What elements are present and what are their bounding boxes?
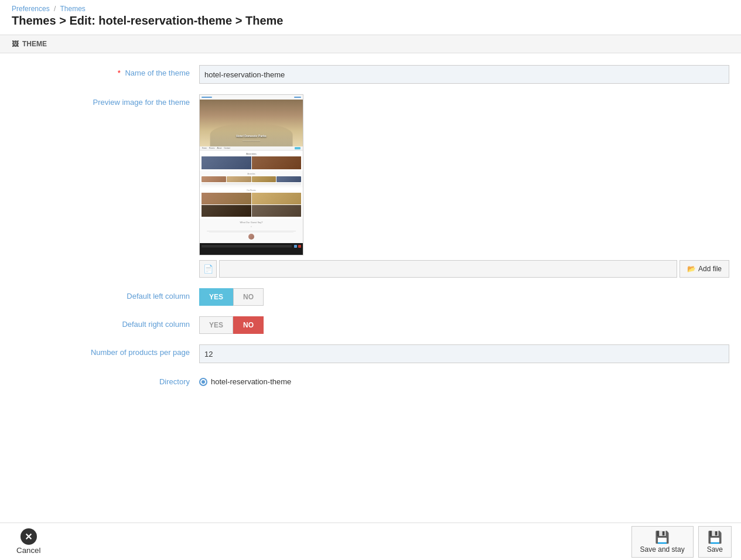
file-icon-button[interactable]: 📄 <box>199 260 217 278</box>
name-input[interactable] <box>199 65 729 84</box>
upload-icon: 📂 <box>687 265 696 273</box>
add-file-button[interactable]: 📂 Add file <box>679 260 729 278</box>
radio-inner <box>202 380 205 384</box>
default-right-no-button[interactable]: NO <box>233 316 264 334</box>
file-input-row: 📄 📂 Add file <box>199 260 729 278</box>
products-per-page-label: Number of products per page <box>12 344 199 357</box>
directory-value-text: hotel-reservation-theme <box>211 377 291 386</box>
required-star: * <box>118 69 121 77</box>
page-title: Themes > Edit: hotel-reservation-theme >… <box>0 14 741 35</box>
section-header: 🖼 THEME <box>0 35 741 53</box>
default-left-label: Default left column <box>12 288 199 301</box>
preview-label: Preview image for the theme <box>12 94 199 107</box>
breadcrumb-themes[interactable]: Themes <box>60 5 86 13</box>
file-name-input[interactable] <box>219 260 677 278</box>
products-per-page-input[interactable] <box>199 344 729 363</box>
bottom-padding <box>0 408 741 455</box>
name-row: * Name of the theme <box>12 65 729 84</box>
default-right-toggle: YES NO <box>199 316 264 334</box>
default-left-no-button[interactable]: NO <box>233 288 264 306</box>
default-right-yes-button[interactable]: YES <box>199 316 233 334</box>
breadcrumb: Preferences / Themes <box>0 0 741 14</box>
default-right-label: Default right column <box>12 316 199 329</box>
preview-row: Preview image for the theme Hotel Domest… <box>12 94 729 278</box>
default-left-toggle: YES NO <box>199 288 264 306</box>
directory-row: Directory hotel-reservation-theme <box>12 374 729 386</box>
preview-image-container: Hotel Domestic Parks —————————— Home Roo… <box>199 94 729 278</box>
products-per-page-row: Number of products per page <box>12 344 729 363</box>
image-icon: 🖼 <box>12 40 19 48</box>
form-area: * Name of the theme Preview image for th… <box>0 53 741 408</box>
breadcrumb-separator: / <box>54 5 56 13</box>
default-left-row: Default left column YES NO <box>12 288 729 306</box>
directory-label: Directory <box>12 374 199 386</box>
directory-value-container: hotel-reservation-theme <box>199 374 291 386</box>
name-label: * Name of the theme <box>12 65 199 77</box>
directory-radio[interactable] <box>199 378 207 386</box>
default-left-yes-button[interactable]: YES <box>199 288 233 306</box>
default-right-row: Default right column YES NO <box>12 316 729 334</box>
breadcrumb-preferences[interactable]: Preferences <box>12 5 50 13</box>
hotel-theme-preview: Hotel Domestic Parks —————————— Home Roo… <box>199 94 303 255</box>
